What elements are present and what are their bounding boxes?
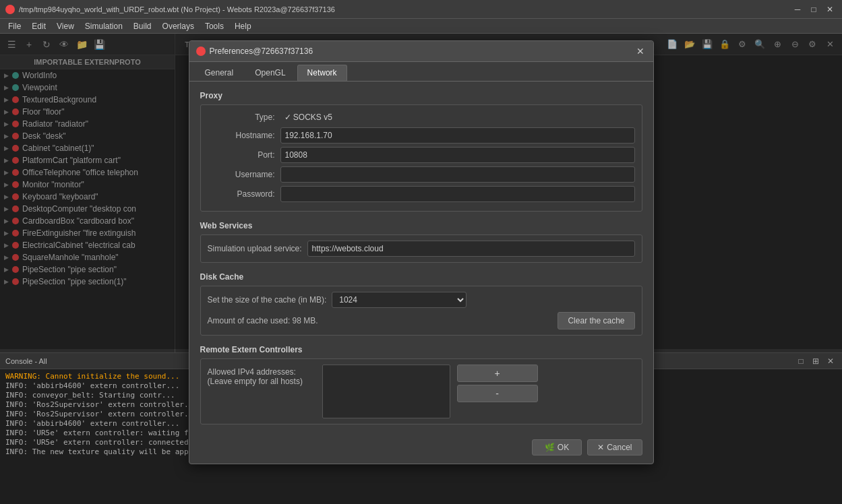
app-icon xyxy=(5,5,15,14)
proxy-section: Proxy Type: ✓ SOCKS v5 Hostname: Port: xyxy=(200,91,642,212)
dialog-app-icon xyxy=(196,46,206,56)
console-detach-button[interactable]: □ xyxy=(795,355,807,367)
menu-overlays[interactable]: Overlays xyxy=(157,20,200,32)
allowed-label: Allowed IPv4 addresses:(Leave empty for … xyxy=(208,365,315,386)
username-input[interactable] xyxy=(280,166,635,183)
disk-cache-section: Disk Cache Set the size of the cache (in… xyxy=(200,272,642,336)
upload-service-row: Simulation upload service: xyxy=(208,241,635,257)
disk-cache-title: Disk Cache xyxy=(200,272,642,282)
rec-content: Allowed IPv4 addresses:(Leave empty for … xyxy=(208,365,635,418)
dialog-close-button[interactable]: ✕ xyxy=(634,45,646,57)
dialog-tabs: General OpenGL Network xyxy=(189,62,653,82)
console-controls: □ ⊞ ✕ xyxy=(795,355,837,367)
dialog-titlebar: Preferences@726637f37136 ✕ xyxy=(189,41,653,62)
cache-used-label: Amount of cache used: 98 MB. xyxy=(208,316,553,325)
window-title: /tmp/tmp984uyqho_world_with_URDF_robot.w… xyxy=(19,5,335,13)
tab-network[interactable]: Network xyxy=(297,65,347,81)
menu-tools[interactable]: Tools xyxy=(200,20,229,32)
proxy-hostname-row: Hostname: xyxy=(208,127,635,144)
clear-cache-button[interactable]: Clear the cache xyxy=(558,312,634,329)
title-bar: /tmp/tmp984uyqho_world_with_URDF_robot.w… xyxy=(0,0,842,19)
close-button[interactable]: ✕ xyxy=(823,4,837,15)
upload-service-label: Simulation upload service: xyxy=(208,244,302,253)
console-attach-button[interactable]: ⊞ xyxy=(810,355,822,367)
proxy-username-row: Username: xyxy=(208,166,635,183)
menu-edit[interactable]: Edit xyxy=(26,20,51,32)
remote-controllers-box: Allowed IPv4 addresses:(Leave empty for … xyxy=(200,358,642,424)
web-services-title: Web Services xyxy=(200,221,642,230)
remove-address-button[interactable]: - xyxy=(457,385,538,402)
disk-cache-box: Set the size of the cache (in MB): 1024 … xyxy=(200,286,642,336)
allowed-addresses-list[interactable] xyxy=(322,365,450,418)
proxy-section-title: Proxy xyxy=(200,91,642,100)
type-label: Type: xyxy=(208,113,275,122)
hostname-input[interactable] xyxy=(280,127,635,144)
dialog-overlay: Preferences@726637f37136 ✕ General OpenG… xyxy=(0,34,842,349)
web-services-section: Web Services Simulation upload service: xyxy=(200,221,642,263)
menu-bar: File Edit View Simulation Build Overlays… xyxy=(0,19,842,34)
password-input[interactable] xyxy=(280,186,635,202)
port-input[interactable] xyxy=(280,147,635,163)
dialog-content: Proxy Type: ✓ SOCKS v5 Hostname: Port: xyxy=(189,82,653,434)
maximize-button[interactable]: □ xyxy=(807,4,820,15)
tab-opengl[interactable]: OpenGL xyxy=(245,65,295,81)
cancel-button[interactable]: ✕ Cancel xyxy=(587,439,642,455)
cache-size-label: Set the size of the cache (in MB): xyxy=(208,295,327,305)
username-label: Username: xyxy=(208,170,275,179)
console-title: Console - All xyxy=(5,357,47,365)
web-services-box: Simulation upload service: xyxy=(200,234,642,263)
minimize-button[interactable]: ─ xyxy=(791,4,804,15)
console-close-button[interactable]: ✕ xyxy=(824,355,837,367)
add-address-button[interactable]: + xyxy=(457,365,538,382)
cache-size-select[interactable]: 1024 512 2048 xyxy=(332,292,467,308)
rec-buttons: + - xyxy=(457,365,538,402)
menu-build[interactable]: Build xyxy=(128,20,157,32)
menu-view[interactable]: View xyxy=(51,20,80,32)
type-value: ✓ SOCKS v5 xyxy=(280,111,635,124)
proxy-type-row: Type: ✓ SOCKS v5 xyxy=(208,111,635,124)
dialog-title: Preferences@726637f37136 xyxy=(210,46,313,56)
proxy-port-row: Port: xyxy=(208,147,635,163)
menu-file[interactable]: File xyxy=(3,20,26,32)
dialog-footer: 🌿 OK ✕ Cancel xyxy=(189,434,653,464)
upload-service-input[interactable] xyxy=(307,241,635,257)
cache-used-row: Amount of cache used: 98 MB. Clear the c… xyxy=(208,312,635,329)
tab-general[interactable]: General xyxy=(195,65,244,81)
cancel-icon: ✕ xyxy=(597,443,604,452)
menu-simulation[interactable]: Simulation xyxy=(80,20,128,32)
remote-controllers-section: Remote Extern Controllers Allowed IPv4 a… xyxy=(200,345,642,424)
port-label: Port: xyxy=(208,150,275,160)
ok-icon: 🌿 xyxy=(545,443,555,452)
cancel-label: Cancel xyxy=(607,443,632,452)
ok-button[interactable]: 🌿 OK xyxy=(532,439,582,455)
proxy-box: Type: ✓ SOCKS v5 Hostname: Port: Usernam… xyxy=(200,104,642,212)
password-label: Password: xyxy=(208,189,275,199)
menu-help[interactable]: Help xyxy=(229,20,257,32)
cache-size-row: Set the size of the cache (in MB): 1024 … xyxy=(208,292,635,308)
hostname-label: Hostname: xyxy=(208,131,275,140)
preferences-dialog: Preferences@726637f37136 ✕ General OpenG… xyxy=(189,40,654,464)
ok-label: OK xyxy=(558,443,569,452)
proxy-password-row: Password: xyxy=(208,186,635,202)
remote-controllers-title: Remote Extern Controllers xyxy=(200,345,642,354)
